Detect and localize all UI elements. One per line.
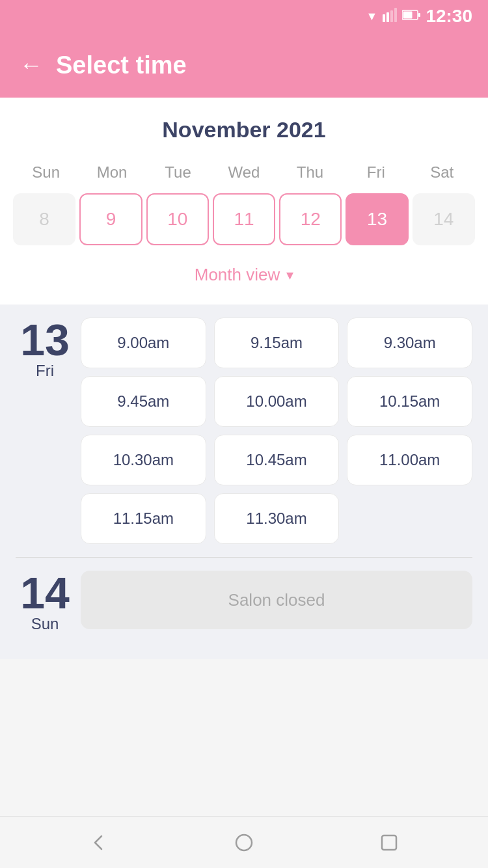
time-slot-900am[interactable]: 9.00am: [81, 318, 206, 368]
salon-closed-section: 14 Sun Salon closed: [16, 571, 472, 633]
status-bar: ▼ 12:30: [0, 0, 488, 33]
page-title: Select time: [56, 51, 187, 79]
calendar-month: November 2021: [13, 117, 475, 142]
svg-rect-8: [382, 835, 396, 850]
salon-closed-box: Salon closed: [81, 571, 472, 629]
section-divider: [16, 557, 472, 558]
nav-recent-button[interactable]: [375, 828, 403, 857]
nav-home-button[interactable]: [230, 828, 258, 857]
svg-rect-5: [403, 11, 413, 18]
time-slot-1000am[interactable]: 10.00am: [214, 376, 340, 427]
calendar-days: 8 9 10 11 12 13 14: [13, 193, 475, 245]
battery-icon: [402, 10, 420, 23]
svg-rect-1: [386, 12, 389, 22]
time-slot-1115am[interactable]: 11.15am: [81, 493, 206, 544]
weekday-sat: Sat: [409, 158, 475, 187]
day-13-section: 13 Fri 9.00am 9.15am 9.30am 9.45am 10.00…: [16, 318, 472, 544]
month-view-label: Month view: [195, 265, 280, 285]
day-12[interactable]: 12: [279, 193, 342, 245]
status-time: 12:30: [426, 6, 472, 27]
time-slot-1030am[interactable]: 10.30am: [81, 435, 206, 485]
svg-rect-0: [383, 14, 385, 22]
time-slot-930am[interactable]: 9.30am: [347, 318, 472, 368]
time-slot-1100am[interactable]: 11.00am: [347, 435, 472, 485]
time-slot-1130am[interactable]: 11.30am: [214, 493, 340, 544]
day-10[interactable]: 10: [146, 193, 209, 245]
weekday-thu: Thu: [277, 158, 343, 187]
day-13-number: 13: [20, 318, 70, 362]
weekday-sun: Sun: [13, 158, 79, 187]
day-14-label: 14 Sun: [16, 571, 74, 633]
calendar-section: November 2021 Sun Mon Tue Wed Thu Fri Sa…: [0, 98, 488, 305]
time-grid-13: 9.00am 9.15am 9.30am 9.45am 10.00am 10.1…: [81, 318, 472, 544]
day-8[interactable]: 8: [13, 193, 75, 245]
svg-point-7: [236, 835, 252, 850]
day-14-section: 14 Sun Salon closed: [16, 571, 472, 633]
day-14-name: Sun: [31, 615, 59, 633]
signal-icon: [383, 8, 397, 25]
status-icons: ▼ 12:30: [366, 6, 472, 27]
month-view-toggle[interactable]: Month view ▾: [13, 258, 475, 292]
nav-back-button[interactable]: [85, 828, 113, 857]
svg-rect-6: [418, 13, 420, 17]
bottom-nav: [0, 816, 488, 868]
time-slot-1015am[interactable]: 10.15am: [347, 376, 472, 427]
day-11[interactable]: 11: [213, 193, 275, 245]
app-header: ← Select time: [0, 33, 488, 98]
chevron-down-icon: ▾: [286, 267, 293, 284]
weekday-tue: Tue: [145, 158, 211, 187]
svg-rect-2: [390, 10, 393, 22]
back-button[interactable]: ←: [20, 53, 43, 77]
weekday-mon: Mon: [79, 158, 144, 187]
weekday-fri: Fri: [343, 158, 409, 187]
calendar-weekdays: Sun Mon Tue Wed Thu Fri Sat: [13, 158, 475, 187]
time-slot-915am[interactable]: 9.15am: [214, 318, 340, 368]
day-9[interactable]: 9: [79, 193, 142, 245]
day-14-number: 14: [20, 571, 70, 615]
day-13-label: 13 Fri: [16, 318, 74, 380]
time-slot-945am[interactable]: 9.45am: [81, 376, 206, 427]
day-13-name: Fri: [36, 362, 54, 380]
weekday-wed: Wed: [211, 158, 277, 187]
day-14[interactable]: 14: [413, 193, 475, 245]
salon-closed-text: Salon closed: [228, 590, 325, 610]
day-13[interactable]: 13: [346, 193, 408, 245]
svg-rect-3: [394, 8, 397, 22]
wifi-icon: ▼: [366, 10, 378, 23]
time-slot-1045am[interactable]: 10.45am: [214, 435, 340, 485]
time-slots-container: 13 Fri 9.00am 9.15am 9.30am 9.45am 10.00…: [0, 305, 488, 659]
